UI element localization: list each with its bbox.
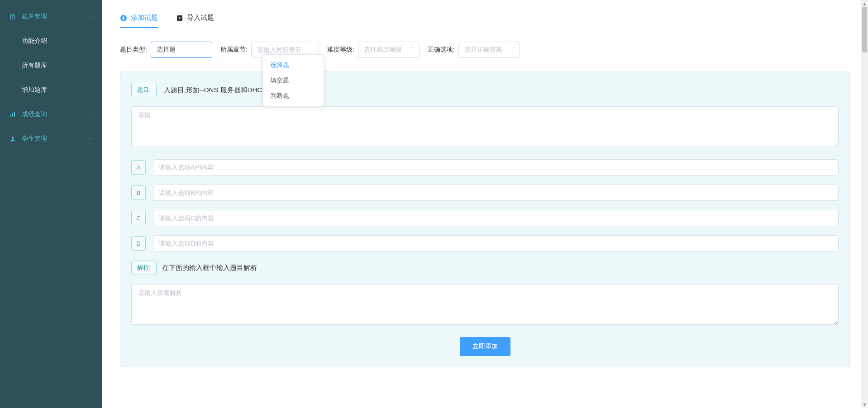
sidebar-group-label: 成绩查询 (22, 110, 47, 119)
answer-label: 正确选项: (428, 46, 455, 54)
option-c-tag: C (131, 211, 146, 225)
main-content: 添加试题 导入试题 题目类型: 选择题 ˄ 所属章节: (102, 0, 868, 408)
svg-rect-1 (10, 114, 11, 117)
sidebar-group-label: 题库管理 (22, 13, 47, 21)
chevron-up-icon: ︿ (87, 13, 93, 21)
select-value: 选择题 (157, 46, 176, 54)
sidebar: 题库管理 ︿ 功能介绍 所有题库 增加题库 成绩查询 ﹀ 学生管理 ﹀ (0, 0, 102, 408)
sidebar-group-student[interactable]: 学生管理 ﹀ (0, 127, 102, 151)
type-select[interactable]: 选择题 ˄ (151, 42, 212, 58)
option-b-input[interactable] (153, 185, 839, 201)
filter-row: 题目类型: 选择题 ˄ 所属章节: 难度等级: 选择难度等级 ˅ 正确选项: (120, 42, 850, 58)
scroll-down-icon[interactable]: ▼ (861, 401, 868, 408)
scrollbar-thumb[interactable] (862, 7, 867, 52)
chevron-up-icon: ˄ (205, 47, 207, 53)
svg-rect-3 (14, 112, 15, 117)
type-dropdown: 选择题 填空题 判断题 (262, 54, 324, 107)
sidebar-group-score[interactable]: 成绩查询 ﹀ (0, 102, 102, 127)
option-d-input[interactable] (153, 235, 839, 251)
sidebar-group-question-bank[interactable]: 题库管理 ︿ (0, 5, 102, 29)
chevron-down-icon: ﹀ (87, 135, 93, 143)
sidebar-item-add-bank[interactable]: 增加题库 (0, 78, 102, 102)
option-d-tag: D (131, 236, 146, 251)
user-icon (9, 135, 16, 142)
tab-label: 添加试题 (131, 14, 158, 22)
tab-import-question[interactable]: 导入试题 (176, 14, 214, 28)
dropdown-option-judge[interactable]: 判断题 (263, 88, 324, 104)
option-row-c: C (131, 210, 839, 226)
sidebar-item-all-banks[interactable]: 所有题库 (0, 53, 102, 78)
dropdown-option-choice[interactable]: 选择题 (263, 57, 324, 73)
question-panel: 题目: 入题目,形如--DNS 服务器和DHCP服务器的作用是（） A B C … (120, 71, 850, 367)
question-tag: 题目: (131, 83, 157, 97)
option-row-b: B (131, 185, 839, 201)
chevron-down-icon: ˅ (512, 47, 515, 53)
plus-circle-icon (120, 14, 127, 22)
select-placeholder: 选择正确答案 (464, 46, 502, 54)
analysis-tag: 解析: (131, 261, 157, 275)
analysis-hint: 在下面的输入框中输入题目解析 (162, 264, 257, 272)
difficulty-label: 难度等级: (327, 46, 354, 54)
import-icon (176, 14, 183, 22)
option-c-input[interactable] (153, 210, 839, 226)
scroll-up-icon[interactable]: ▲ (861, 0, 868, 7)
tab-label: 导入试题 (187, 14, 214, 22)
difficulty-select[interactable]: 选择难度等级 ˅ (358, 42, 420, 58)
sidebar-group-label: 学生管理 (22, 135, 47, 143)
tab-add-question[interactable]: 添加试题 (120, 14, 158, 28)
chart-icon (9, 111, 16, 118)
answer-select[interactable]: 选择正确答案 ˅ (458, 42, 520, 58)
tabs: 添加试题 导入试题 (120, 14, 850, 28)
dropdown-option-fill[interactable]: 填空题 (263, 73, 324, 88)
option-b-tag: B (131, 185, 146, 200)
chevron-down-icon: ﹀ (87, 111, 93, 119)
svg-rect-2 (12, 113, 13, 117)
option-row-d: D (131, 235, 839, 251)
option-a-input[interactable] (153, 159, 839, 176)
svg-point-4 (12, 137, 14, 139)
submit-button[interactable]: 立即添加 (460, 337, 510, 356)
document-icon (9, 13, 16, 20)
sidebar-item-intro[interactable]: 功能介绍 (0, 29, 102, 53)
question-textarea[interactable] (131, 106, 839, 147)
chevron-down-icon: ˅ (412, 47, 415, 53)
scrollbar[interactable]: ▲ ▼ (861, 0, 868, 408)
select-placeholder: 选择难度等级 (364, 46, 402, 54)
option-a-tag: A (131, 160, 146, 175)
analysis-textarea[interactable] (131, 284, 839, 325)
chapter-label: 所属章节: (220, 46, 248, 54)
option-row-a: A (131, 159, 839, 176)
type-label: 题目类型: (120, 46, 147, 54)
